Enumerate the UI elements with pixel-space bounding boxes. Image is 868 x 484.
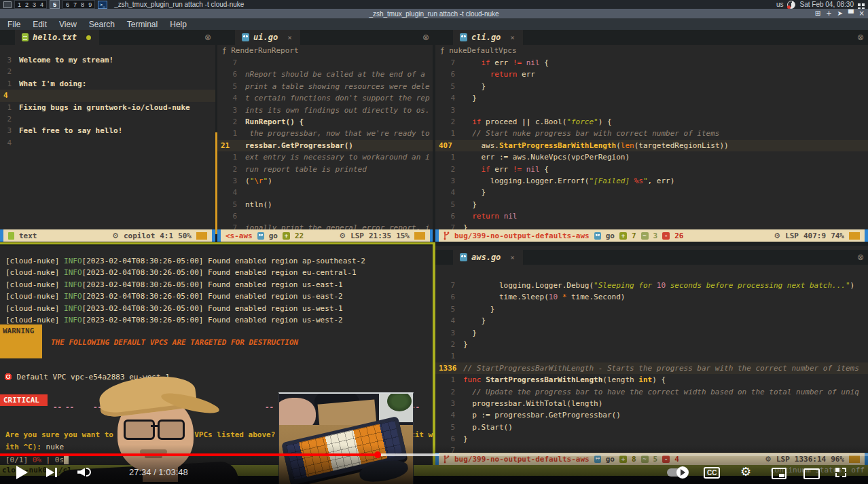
autoplay-toggle[interactable]	[667, 468, 687, 477]
editor-content[interactable]: 76nReport should be called at the end of…	[217, 57, 433, 234]
window-separator-scroll-indicator	[215, 132, 217, 234]
code-line: 5 }	[435, 81, 868, 92]
glasses-right-lens	[158, 420, 185, 440]
miniplayer-icon	[772, 468, 786, 479]
code-line: 5 p.Start()	[435, 422, 868, 433]
editor-pane-hello-txt[interactable]: hello.txt ⊗ 3Welcome to my stream!21What…	[0, 30, 215, 242]
theater-button[interactable]	[803, 468, 820, 479]
cursor-position: 21:35	[369, 231, 391, 240]
code-line: 4 p := progressbar.GetProgressbar()	[435, 409, 868, 421]
workspace-4[interactable]: 4	[40, 1, 43, 8]
move-icon[interactable]: +	[826, 9, 831, 18]
tab-cli-go[interactable]: cli.go ×	[453, 30, 523, 45]
miniplayer-button[interactable]	[772, 468, 786, 479]
subtitles-button[interactable]: CC	[704, 467, 720, 479]
menu-terminal[interactable]: Terminal	[121, 20, 164, 29]
workspace-group-2[interactable]: 6 7 8 9	[62, 0, 95, 9]
play-icon	[16, 466, 28, 479]
tab-hello-txt[interactable]: hello.txt	[15, 30, 99, 45]
close-buffer-icon[interactable]: ⊗	[422, 33, 429, 42]
tab-ui-go[interactable]: ui.go ×	[235, 30, 300, 45]
show-desktop-icon[interactable]	[858, 3, 861, 6]
editor-pane-cli-go[interactable]: cli.go × ⊗ ƒ nukeDefaultVpcs 7 if err !=…	[435, 30, 868, 242]
code-line: 4	[0, 90, 215, 101]
warning-badge: WARNING	[0, 324, 42, 358]
editor-content[interactable]: 3Welcome to my stream!21What I'm doing:4…	[0, 45, 215, 149]
menu-search[interactable]: Search	[83, 20, 121, 29]
git-branch-truncated: <s-aws	[225, 231, 253, 240]
breadcrumb: ƒ nukeDefaultVpcs	[435, 45, 868, 57]
autoplay-pill	[667, 468, 687, 477]
code-line: 6 time.Sleep(10 * time.Second)	[435, 291, 868, 303]
code-line: 2 if err != nil {	[435, 164, 868, 175]
workspace-6[interactable]: 6	[66, 1, 69, 8]
editor-pane-aws-go[interactable]: aws.go × ⊗ 7 logging.Logger.Debug("Sleep…	[435, 246, 868, 465]
play-button[interactable]	[16, 466, 28, 479]
gear-icon: ⚙	[339, 231, 346, 240]
close-buffer-icon[interactable]: ⊗	[204, 33, 211, 42]
video-scrubber-knob[interactable]	[374, 451, 381, 458]
menu-help[interactable]: Help	[164, 20, 193, 29]
next-button[interactable]	[46, 468, 57, 477]
tab-aws-go[interactable]: aws.go ×	[453, 250, 523, 265]
git-added-icon: +	[619, 232, 627, 240]
workspace-8[interactable]: 8	[81, 1, 84, 8]
close-icon[interactable]: ×	[859, 9, 865, 18]
close-tab-icon[interactable]: ×	[510, 253, 515, 262]
close-tab-icon[interactable]: ×	[287, 33, 292, 42]
terminal-icon[interactable]: >_	[98, 1, 107, 9]
code-line: 6 return err	[435, 69, 868, 80]
workspace-5-active[interactable]: 5	[50, 0, 60, 9]
workspace-3[interactable]: 3	[33, 1, 36, 8]
theater-icon	[803, 468, 820, 479]
terminal-line: [cloud-nuke] INFO[2023-02-04T08:30:26-05…	[5, 292, 343, 301]
workspace-2[interactable]: 2	[25, 1, 29, 8]
grid-icon[interactable]: ⊞	[815, 9, 820, 18]
desktop-screen: 1 2 3 4 5 6 7 8 9 >_ _zsh_tmux_plugin_ru…	[0, 0, 868, 484]
tabbar: aws.go × ⊗	[435, 250, 868, 265]
fullscreen-icon	[835, 468, 846, 477]
filetype-label: text	[19, 231, 37, 240]
time-display: 27:34 / 1:03:48	[129, 467, 188, 477]
pin-icon[interactable]: ➤	[837, 9, 843, 18]
maximize-icon[interactable]: ▀	[848, 9, 854, 18]
recording-indicator-icon[interactable]	[787, 1, 795, 9]
close-tab-icon[interactable]: ×	[510, 33, 515, 42]
close-buffer-icon[interactable]: ⊗	[857, 253, 864, 262]
code-line: 2	[0, 66, 215, 77]
code-line: 1func StartProgressBarWithLength(length …	[435, 374, 868, 386]
settings-button[interactable]: ⚙	[740, 464, 751, 479]
close-buffer-icon[interactable]: ⊗	[857, 33, 864, 42]
fullscreen-button[interactable]	[835, 468, 846, 477]
menu-edit[interactable]: Edit	[26, 20, 53, 29]
pane-divider-vertical[interactable]	[433, 30, 435, 242]
workspace-9[interactable]: 9	[88, 1, 92, 8]
menu-view[interactable]: View	[53, 20, 83, 29]
keyboard-layout-indicator[interactable]: us	[776, 1, 784, 8]
tmux-active-border-horizontal[interactable]	[0, 242, 435, 244]
window-titlebar[interactable]: _zsh_tmux_plugin_run attach -t cloud-nuk…	[0, 9, 868, 18]
statusline-edge	[217, 229, 221, 242]
editor-content[interactable]: 7 logging.Logger.Debug("Sleeping for 10 …	[435, 280, 868, 457]
workspace-1[interactable]: 1	[18, 1, 21, 8]
tmux-active-border-vertical[interactable]	[433, 242, 435, 465]
code-line: 6	[217, 210, 433, 222]
volume-button[interactable]	[77, 468, 91, 477]
git-branch-icon	[444, 231, 450, 240]
window-list-icon[interactable]	[3, 1, 12, 8]
git-added-icon: +	[283, 232, 290, 240]
terminal-line: ith ^C): nuke	[5, 443, 64, 452]
code-line: 7	[217, 57, 433, 69]
breadcrumb	[435, 265, 868, 277]
go-file-icon	[460, 253, 467, 261]
editor-content[interactable]: 7 if err != nil {6 return err5 }4 }32 if…	[435, 57, 868, 234]
clock[interactable]: Sat Feb 04, 08:30	[799, 1, 854, 8]
video-progress-bar[interactable]	[0, 453, 868, 456]
editor-pane-ui-go[interactable]: ui.go × ⊗ ƒ RenderRunReport 76nReport sh…	[217, 30, 433, 242]
code-line: 3("\r")	[217, 175, 433, 187]
workspace-7[interactable]: 7	[73, 1, 77, 8]
menu-file[interactable]: File	[1, 20, 26, 29]
workspace-group-1[interactable]: 1 2 3 4	[14, 0, 47, 9]
panel-window-title[interactable]: _zsh_tmux_plugin_run attach -t cloud-nuk…	[114, 1, 244, 8]
code-line: 2run report table is printed	[217, 164, 433, 175]
